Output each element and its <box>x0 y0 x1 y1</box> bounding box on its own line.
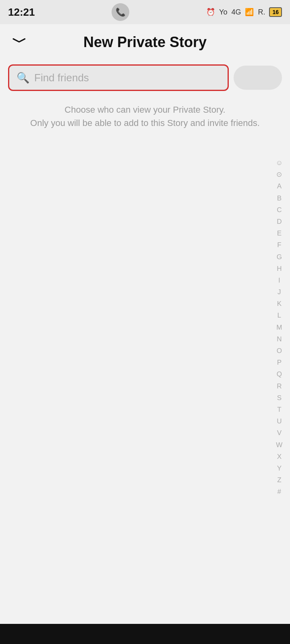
signal-bars-icon: 📶 <box>245 8 254 17</box>
search-icon: 🔍 <box>17 72 29 84</box>
wifi-icon: Yo <box>219 8 227 17</box>
alpha-C[interactable]: C <box>275 204 283 216</box>
alpha-G[interactable]: G <box>275 251 284 263</box>
page-title: New Private Story <box>83 34 207 51</box>
status-icons: ⏰ Yo 4G 📶 R. 16 <box>206 7 282 17</box>
alpha-K[interactable]: K <box>276 298 283 310</box>
phone-symbol: 📞 <box>116 7 126 17</box>
alpha-L[interactable]: L <box>276 310 283 321</box>
header: ﹀ New Private Story <box>0 24 290 60</box>
alpha-R[interactable]: R <box>275 380 283 392</box>
alpha-M[interactable]: M <box>275 322 284 333</box>
contacts-list <box>0 138 290 622</box>
status-time: 12:21 <box>8 6 35 19</box>
alpha-smiley[interactable]: ☺ <box>274 157 284 169</box>
alpha-I[interactable]: I <box>277 275 282 286</box>
alpha-F[interactable]: F <box>276 239 283 251</box>
alpha-X[interactable]: X <box>276 451 283 462</box>
alpha-W[interactable]: W <box>274 439 284 451</box>
alpha-O[interactable]: O <box>275 345 284 357</box>
alpha-Q[interactable]: Q <box>275 368 284 380</box>
alphabet-sidebar[interactable]: ☺ ⊙ A B C D E F G H I J K L M N O P Q R … <box>274 157 284 497</box>
status-bar: 12:21 📞 ⏰ Yo 4G 📶 R. 16 <box>0 0 290 24</box>
alpha-V[interactable]: V <box>276 427 283 439</box>
alpha-E[interactable]: E <box>276 227 283 239</box>
search-area: 🔍 <box>0 60 290 95</box>
alpha-U[interactable]: U <box>275 415 283 427</box>
alpha-Y[interactable]: Y <box>276 462 283 474</box>
alpha-H[interactable]: H <box>275 263 283 275</box>
description-line1: Choose who can view your Private Story. <box>64 105 225 115</box>
alpha-Z[interactable]: Z <box>276 474 283 486</box>
back-button[interactable]: ﹀ <box>12 33 27 52</box>
alpha-J[interactable]: J <box>276 286 283 298</box>
signal-4g-icon: 4G <box>231 8 241 17</box>
battery-indicator: 16 <box>269 7 282 17</box>
search-input[interactable] <box>34 72 220 84</box>
phone-icon: 📞 <box>112 3 129 21</box>
alpha-T[interactable]: T <box>276 404 283 415</box>
alpha-hash[interactable]: # <box>276 486 283 497</box>
description-line2: Only you will be able to add to this Sto… <box>30 118 260 128</box>
alpha-N[interactable]: N <box>275 333 283 345</box>
bottom-bar <box>0 624 290 644</box>
filter-button[interactable] <box>234 66 282 90</box>
r-signal-icon: R. <box>258 8 265 17</box>
alpha-A[interactable]: A <box>276 180 283 192</box>
description-text: Choose who can view your Private Story. … <box>0 95 290 138</box>
search-box[interactable]: 🔍 <box>8 64 229 91</box>
alpha-P[interactable]: P <box>276 357 283 368</box>
alarm-icon: ⏰ <box>206 8 215 17</box>
alpha-B[interactable]: B <box>276 192 283 204</box>
alpha-clock[interactable]: ⊙ <box>275 169 284 180</box>
alpha-D[interactable]: D <box>275 216 283 227</box>
alpha-S[interactable]: S <box>276 392 283 404</box>
